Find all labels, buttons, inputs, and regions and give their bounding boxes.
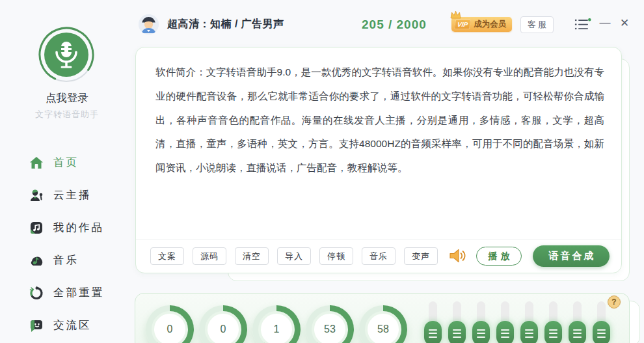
knob-value: 53 (306, 305, 354, 343)
vip-tag: VIP (454, 20, 471, 29)
sidebar-item-my-works[interactable]: 我的作品 (0, 212, 134, 244)
voice-avatar (139, 14, 159, 34)
knob-value: 0 (146, 305, 194, 343)
sidebar-menu: 首页 云主播 (0, 146, 134, 342)
sidebar-item-cloud-anchor[interactable]: 云主播 (0, 179, 134, 212)
support-button[interactable]: 客服 (520, 16, 554, 33)
home-icon (29, 155, 44, 171)
sidebar-item-label: 音乐 (53, 253, 79, 268)
microphone-logo-icon (38, 26, 95, 83)
editor-textarea[interactable]: 软件简介：文字转语音助手9.0，是一款优秀的文字转语音软件。如果你没有专业的配音… (155, 61, 604, 236)
slider-handle[interactable] (544, 321, 562, 343)
tool-button-group: 文案 源码 清空 导入 停顿 音乐 变声 (150, 247, 438, 265)
app-logo[interactable] (38, 26, 95, 83)
vip-upgrade-button[interactable]: VIP 成为会员 (451, 17, 512, 32)
slider-handle[interactable] (424, 321, 442, 343)
window-menu-icon[interactable] (574, 18, 591, 33)
sidebar-item-label: 云主播 (53, 188, 92, 202)
eq-slider[interactable] (520, 294, 538, 343)
synthesize-button[interactable]: 语音合成 (533, 245, 610, 267)
play-button[interactable]: 播放 (476, 247, 522, 266)
slider-handle[interactable] (472, 321, 490, 343)
knob-dial[interactable]: 0 (146, 305, 194, 343)
eq-slider[interactable] (544, 294, 562, 343)
eq-slider[interactable] (496, 294, 514, 343)
mixer-panel: 0 0 1 53 58 ? (135, 293, 630, 343)
sidebar-item-label: 全部重置 (53, 286, 104, 300)
sidebar-item-home[interactable]: 首页 (0, 146, 134, 179)
char-usage-counter: 205 / 2000 (362, 18, 427, 32)
minimize-icon[interactable]: — (597, 14, 613, 31)
knob-value: 1 (252, 305, 301, 343)
knob-dial[interactable]: 1 (252, 305, 301, 343)
music-icon (29, 253, 44, 268)
knob-dial[interactable]: 0 (199, 305, 247, 343)
sidebar-item-reset-all[interactable]: 全部重置 (0, 277, 134, 309)
close-icon[interactable]: ✕ (616, 14, 633, 31)
sidebar-item-music[interactable]: 音乐 (0, 244, 134, 277)
editor-toolbar: 文案 源码 清空 导入 停顿 音乐 变声 播放 语音合成 (136, 239, 621, 273)
sidebar-item-label: 首页 (53, 156, 79, 170)
tts-app-window: 点我登录 文字转语音助手 首页 (0, 0, 644, 343)
knob-value: 58 (359, 305, 407, 343)
slider-handle[interactable] (520, 321, 538, 343)
import-button[interactable]: 导入 (277, 247, 311, 265)
knob-dial[interactable]: 58 (359, 305, 407, 343)
sidebar-item-label: 我的作品 (53, 221, 104, 235)
forum-icon (29, 318, 44, 333)
eq-slider[interactable] (569, 294, 586, 343)
music-button[interactable]: 音乐 (362, 247, 396, 265)
login-button[interactable]: 点我登录 (0, 91, 134, 105)
slider-handle[interactable] (593, 321, 610, 343)
voice-title: 超高清：知楠 / 广告男声 (167, 18, 284, 31)
voice-change-button[interactable]: 变声 (404, 247, 438, 265)
reset-icon (29, 285, 44, 301)
help-icon[interactable]: ? (608, 295, 621, 309)
source-code-button[interactable]: 源码 (193, 247, 226, 265)
knob-dial[interactable]: 53 (306, 305, 354, 343)
my-works-icon (29, 220, 44, 236)
eq-slider[interactable] (448, 294, 466, 343)
copywriting-button[interactable]: 文案 (150, 247, 184, 265)
speaker-volume-button[interactable] (449, 248, 467, 264)
app-subtitle: 文字转语音助手 (0, 109, 134, 120)
sidebar-item-forum[interactable]: 交流区 (0, 309, 134, 342)
vip-label: 成为会员 (474, 19, 506, 30)
speaker-icon (449, 248, 467, 264)
slider-handle[interactable] (496, 321, 514, 343)
eq-slider[interactable] (424, 294, 442, 343)
slider-handle[interactable] (569, 321, 586, 343)
equalizer-sliders (424, 294, 610, 343)
slider-handle[interactable] (448, 321, 466, 343)
sidebar-item-label: 交流区 (53, 318, 92, 333)
eq-slider[interactable] (472, 294, 490, 343)
current-voice-chip[interactable]: 超高清：知楠 / 广告男声 (139, 14, 284, 34)
clear-button[interactable]: 清空 (235, 247, 269, 265)
pause-button[interactable]: 停顿 (319, 247, 353, 265)
knob-value: 0 (199, 305, 247, 343)
editor-card: 软件简介：文字转语音助手9.0，是一款优秀的文字转语音软件。如果你没有专业的配音… (135, 47, 622, 273)
cloud-anchor-icon (29, 187, 44, 203)
